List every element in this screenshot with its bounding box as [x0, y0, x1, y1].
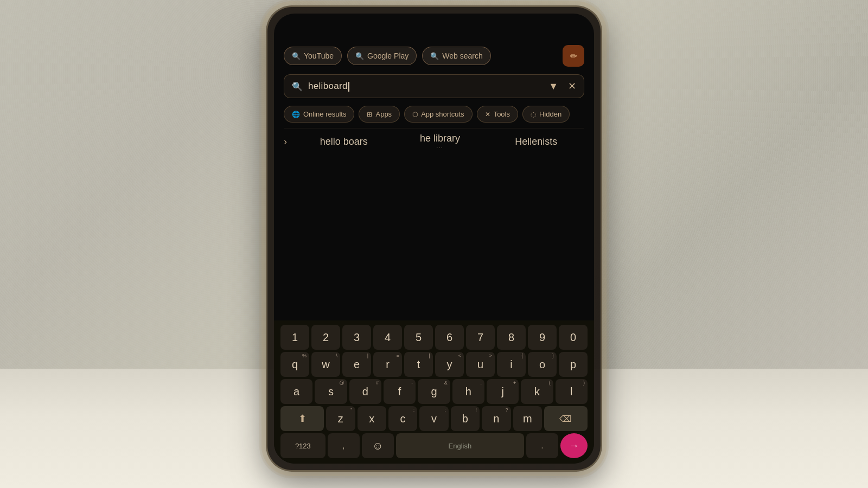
key-u[interactable]: >u	[466, 352, 495, 377]
key-a[interactable]: a	[280, 379, 312, 404]
key-emoji[interactable]: ☺	[362, 433, 394, 458]
key-q[interactable]: %q	[280, 352, 309, 377]
tab-hidden[interactable]: ◌ Hidden	[522, 106, 570, 123]
key-s[interactable]: @s	[315, 379, 347, 404]
key-6[interactable]: 6	[435, 325, 464, 350]
key-v-label: v	[431, 413, 437, 424]
filter-tabs-row: 🌐 Online results ⊞ Apps ⬡ App shortcuts …	[274, 104, 594, 128]
key-num-switch[interactable]: ?123	[280, 433, 326, 458]
edit-button[interactable]: ✏	[563, 45, 584, 67]
key-send[interactable]: →	[560, 433, 588, 458]
key-m[interactable]: m	[513, 406, 542, 431]
key-f[interactable]: -f	[384, 379, 416, 404]
autocomplete-item-2[interactable]: he library ···	[392, 133, 488, 150]
key-6-label: 6	[446, 332, 452, 343]
filter-icon[interactable]: ▼	[548, 81, 558, 92]
chip-youtube[interactable]: 🔍 YouTube	[284, 47, 342, 65]
key-q-label: q	[292, 359, 298, 370]
tab-hidden-label: Hidden	[539, 110, 561, 118]
tab-apps[interactable]: ⊞ Apps	[359, 106, 400, 123]
close-icon[interactable]: ✕	[568, 80, 576, 92]
key-8[interactable]: 8	[497, 325, 526, 350]
key-8-label: 8	[508, 332, 514, 343]
key-p[interactable]: p	[559, 352, 588, 377]
key-i[interactable]: {i	[497, 352, 526, 377]
key-b-sub: !	[476, 408, 477, 413]
key-h-sub: .	[480, 381, 482, 386]
tab-apps-label: Apps	[375, 110, 392, 118]
key-r[interactable]: =r	[373, 352, 402, 377]
key-7[interactable]: 7	[466, 325, 495, 350]
key-y-sub: <	[458, 354, 461, 358]
bottom-row: ?123 , ☺ English .	[279, 433, 589, 458]
chip-web-label: Web search	[442, 52, 482, 60]
key-3-label: 3	[354, 332, 360, 343]
send-icon: →	[569, 440, 579, 452]
phone-content: 🔍 YouTube 🔍 Google Play 🔍 Web search ✏ 🔍	[274, 14, 594, 464]
key-4-label: 4	[385, 332, 391, 343]
key-b-label: b	[462, 413, 468, 424]
key-5[interactable]: 5	[404, 325, 433, 350]
apps-icon: ⊞	[367, 111, 372, 118]
key-w[interactable]: \w	[311, 352, 340, 377]
key-2-label: 2	[323, 332, 329, 343]
key-o[interactable]: }o	[528, 352, 557, 377]
key-n-label: n	[493, 413, 499, 424]
key-k-label: k	[534, 386, 540, 397]
key-g[interactable]: &g	[418, 379, 450, 404]
key-n[interactable]: ?n	[482, 406, 510, 431]
key-9[interactable]: 9	[528, 325, 557, 350]
key-t-sub: [	[429, 354, 430, 358]
key-backspace[interactable]: ⌫	[544, 406, 588, 431]
key-comma[interactable]: ,	[328, 433, 360, 458]
key-c[interactable]: :c	[388, 406, 417, 431]
key-space[interactable]: English	[396, 433, 524, 458]
search-input[interactable]: heliboard	[308, 81, 543, 92]
key-j[interactable]: +j	[487, 379, 519, 404]
key-d[interactable]: #d	[349, 379, 381, 404]
key-h[interactable]: .h	[452, 379, 484, 404]
key-e[interactable]: |e	[342, 352, 371, 377]
autocomplete-row: › hello boars he library ··· Hellenists	[274, 129, 594, 157]
key-period[interactable]: .	[526, 433, 558, 458]
key-2[interactable]: 2	[311, 325, 340, 350]
key-k[interactable]: (k	[521, 379, 553, 404]
autocomplete-dots: ···	[392, 145, 488, 150]
autocomplete-item-1[interactable]: hello boars	[296, 136, 392, 147]
key-q-sub: %	[302, 354, 307, 358]
zxcv-row: ⬆ "z x :c ;v !b ?n m ⌫	[279, 406, 589, 431]
autocomplete-item-3[interactable]: Hellenists	[488, 136, 584, 147]
key-z[interactable]: "z	[326, 406, 355, 431]
key-l[interactable]: )l	[556, 379, 588, 404]
key-b[interactable]: !b	[451, 406, 480, 431]
key-n-sub: ?	[506, 408, 508, 413]
autocomplete-label-3: Hellenists	[515, 136, 557, 147]
key-4[interactable]: 4	[373, 325, 402, 350]
key-t-label: t	[417, 359, 420, 370]
expand-icon[interactable]: ›	[284, 136, 287, 147]
key-0[interactable]: 0	[559, 325, 588, 350]
tab-app-shortcuts[interactable]: ⬡ App shortcuts	[404, 106, 473, 123]
key-x[interactable]: x	[358, 406, 386, 431]
key-u-sub: >	[489, 354, 492, 358]
tab-online-results[interactable]: 🌐 Online results	[284, 106, 354, 123]
key-3[interactable]: 3	[342, 325, 371, 350]
search-icon-youtube: 🔍	[292, 52, 301, 60]
tab-tools[interactable]: ✕ Tools	[477, 106, 518, 123]
chip-google-play[interactable]: 🔍 Google Play	[347, 47, 417, 65]
key-s-label: s	[328, 386, 334, 397]
key-w-sub: \	[336, 354, 337, 358]
search-bar[interactable]: 🔍 heliboard ▼ ✕	[284, 74, 584, 98]
key-shift[interactable]: ⬆	[280, 406, 324, 431]
chip-web-search[interactable]: 🔍 Web search	[422, 47, 490, 65]
key-1[interactable]: 1	[280, 325, 309, 350]
text-cursor	[348, 82, 349, 92]
key-x-label: x	[369, 413, 374, 424]
key-g-sub: &	[444, 381, 448, 386]
key-a-label: a	[293, 386, 299, 397]
key-t[interactable]: [t	[404, 352, 433, 377]
key-y[interactable]: <y	[435, 352, 464, 377]
key-o-sub: }	[552, 354, 554, 358]
tab-shortcuts-label: App shortcuts	[421, 110, 464, 118]
key-v[interactable]: ;v	[419, 406, 448, 431]
